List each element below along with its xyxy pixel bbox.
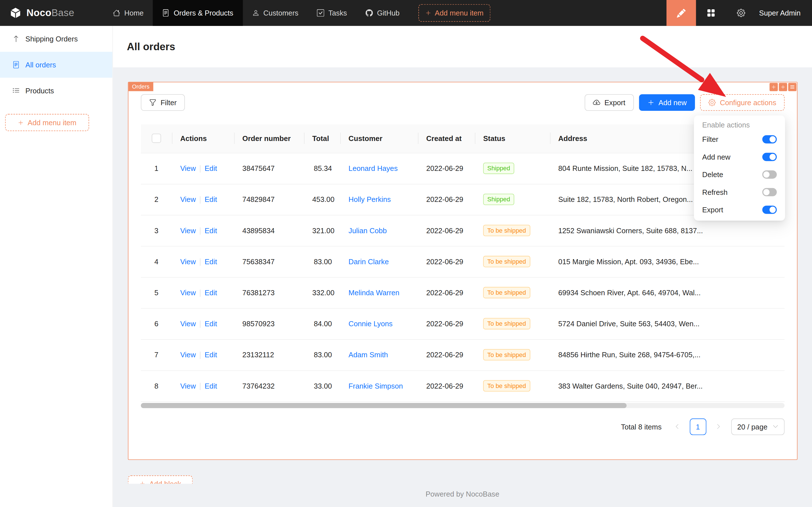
pagination-page-1[interactable]: 1: [690, 418, 706, 435]
powered-by-footer: Powered by NocoBase: [113, 490, 812, 498]
export-button[interactable]: Export: [585, 94, 634, 111]
actions-divider: [200, 321, 200, 328]
cell-address: 015 Margie Mission, Apt. 093, 34936, Ebe…: [550, 246, 785, 277]
view-link[interactable]: View: [180, 226, 196, 234]
settings-button[interactable]: [726, 0, 756, 26]
cell-actions: ViewEdit: [172, 153, 234, 184]
nocobase-logo[interactable]: NocoBase: [0, 0, 104, 26]
customer-link[interactable]: Adam Smith: [348, 350, 388, 359]
drag-menu-icon[interactable]: [788, 83, 797, 91]
sidebar-item-products[interactable]: Products: [0, 78, 113, 104]
enable-action-export[interactable]: Export: [696, 201, 783, 219]
cell-customer: Adam Smith: [340, 339, 418, 370]
plugin-manager-button[interactable]: [696, 0, 726, 26]
sidebar-item-all-orders[interactable]: All orders: [0, 52, 113, 78]
table-row: 6 ViewEdit 98570923 84.00 Connie Lyons 2…: [141, 308, 785, 339]
cell-actions: ViewEdit: [172, 308, 234, 339]
customer-link[interactable]: Frankie Simpson: [348, 382, 403, 390]
horizontal-scrollbar-thumb[interactable]: [141, 403, 627, 408]
view-link[interactable]: View: [180, 350, 196, 359]
cell-total: 84.00: [304, 308, 340, 339]
cell-customer: Holly Perkins: [340, 184, 418, 215]
current-user[interactable]: Super Admin: [756, 0, 812, 26]
cell-status: To be shipped: [475, 246, 550, 277]
ui-editor-button[interactable]: [666, 0, 696, 26]
edit-link[interactable]: Edit: [205, 258, 217, 266]
customer-link[interactable]: Leonard Hayes: [348, 164, 398, 172]
nav-item-tasks[interactable]: Tasks: [308, 0, 356, 26]
pagination-next-button[interactable]: [710, 418, 727, 435]
column-header-status: Status: [475, 124, 550, 153]
cell-total: 453.00: [304, 184, 340, 215]
view-link[interactable]: View: [180, 195, 196, 203]
customer-link[interactable]: Julian Cobb: [348, 226, 387, 235]
navbar-add-menu-item-label: Add menu item: [435, 9, 483, 17]
toggle-switch[interactable]: [762, 206, 777, 214]
toggle-switch[interactable]: [762, 170, 777, 178]
table-toolbar: Filter Export Add new Configure actions: [141, 94, 785, 111]
cell-status: Shipped: [475, 184, 550, 215]
pagination-prev-button[interactable]: [669, 418, 685, 435]
enable-action-delete[interactable]: Delete: [696, 166, 783, 183]
column-header-select: [141, 124, 172, 153]
table-row: 4 ViewEdit 75638347 83.00 Darin Clarke 2…: [141, 246, 785, 277]
enable-action-refresh[interactable]: Refresh: [696, 183, 783, 201]
settings-icon: [737, 9, 745, 17]
customer-link[interactable]: Connie Lyons: [348, 320, 393, 328]
cell-total: 332.00: [304, 277, 340, 308]
cell-row-index: 2: [141, 184, 172, 215]
edit-link[interactable]: Edit: [205, 350, 217, 359]
add-column-icon[interactable]: [769, 83, 777, 91]
toggle-switch[interactable]: [762, 188, 777, 196]
filter-button[interactable]: Filter: [141, 94, 185, 111]
view-link[interactable]: View: [180, 164, 196, 172]
table-row: 3 ViewEdit 43895834 321.00 Julian Cobb 2…: [141, 215, 785, 246]
view-link[interactable]: View: [180, 288, 196, 297]
nav-item-customers[interactable]: Customers: [243, 0, 308, 26]
navbar-add-menu-item-button[interactable]: Add menu item: [418, 4, 490, 22]
actions-divider: [200, 228, 200, 235]
customer-link[interactable]: Melinda Warren: [348, 288, 400, 297]
customer-link[interactable]: Darin Clarke: [348, 258, 389, 266]
add-block-icon[interactable]: [779, 83, 787, 91]
add-block-button[interactable]: Add block: [128, 475, 193, 484]
view-link[interactable]: View: [180, 320, 196, 328]
add-block-label: Add block: [149, 480, 181, 484]
page-header: All orders: [113, 26, 812, 67]
edit-link[interactable]: Edit: [205, 164, 217, 172]
customers-icon: [252, 9, 259, 17]
cell-customer: Darin Clarke: [340, 246, 418, 277]
cell-customer: Leonard Hayes: [340, 153, 418, 184]
toggle-switch[interactable]: [762, 153, 777, 161]
cell-created-at: 2022-06-29: [418, 339, 475, 370]
plus-icon: [425, 10, 431, 16]
configure-actions-button[interactable]: Configure actions: [700, 94, 785, 111]
edit-link[interactable]: Edit: [205, 382, 217, 390]
page-size-select[interactable]: 20 / page: [731, 418, 785, 435]
customer-link[interactable]: Holly Perkins: [348, 195, 391, 203]
nav-item-orders-products[interactable]: Orders & Products: [153, 0, 242, 26]
sidebar-add-menu-item-button[interactable]: Add menu item: [5, 114, 89, 131]
add-new-button[interactable]: Add new: [639, 94, 695, 111]
toggle-switch[interactable]: [762, 135, 777, 143]
sidebar-item-shipping-orders[interactable]: Shipping Orders: [0, 26, 113, 52]
edit-link[interactable]: Edit: [205, 288, 217, 297]
cell-order-number: 38475647: [234, 153, 304, 184]
view-link[interactable]: View: [180, 382, 196, 390]
view-link[interactable]: View: [180, 258, 196, 266]
nav-item-home[interactable]: Home: [104, 0, 153, 26]
cell-total: 83.00: [304, 339, 340, 370]
cell-actions: ViewEdit: [172, 215, 234, 246]
plus-icon: [18, 119, 24, 125]
select-all-checkbox[interactable]: [152, 134, 161, 143]
nav-item-github[interactable]: GitHub: [356, 0, 409, 26]
cell-created-at: 2022-06-29: [418, 308, 475, 339]
edit-link[interactable]: Edit: [205, 195, 217, 203]
enable-action-filter[interactable]: Filter: [696, 130, 783, 148]
cell-row-index: 3: [141, 215, 172, 246]
horizontal-scrollbar: [141, 403, 785, 408]
edit-link[interactable]: Edit: [205, 226, 217, 234]
enable-action-add-new[interactable]: Add new: [696, 148, 783, 166]
edit-link[interactable]: Edit: [205, 320, 217, 328]
column-header-created-at: Created at: [418, 124, 475, 153]
